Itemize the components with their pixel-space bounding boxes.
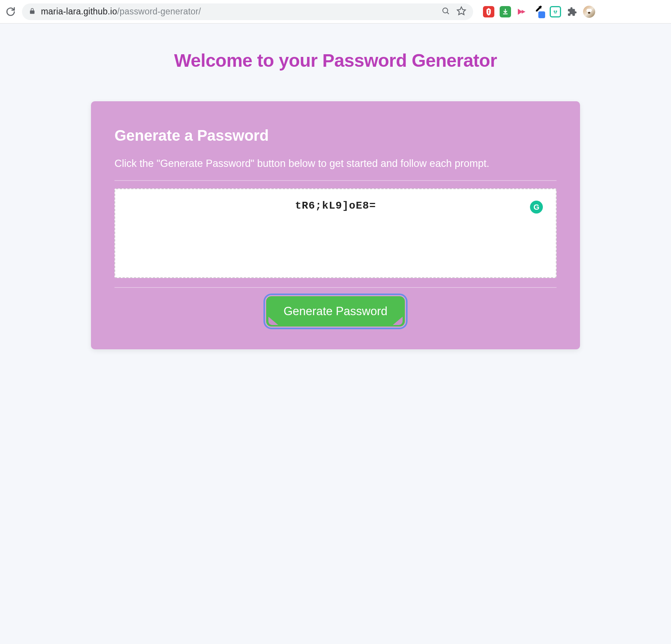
card-subtitle: Click the "Generate Password" button bel… bbox=[114, 158, 557, 170]
svg-point-9 bbox=[556, 11, 557, 11]
generator-card: Generate a Password Click the "Generate … bbox=[91, 101, 580, 349]
svg-rect-5 bbox=[503, 13, 508, 14]
page-title: Welcome to your Password Generator bbox=[0, 50, 671, 71]
svg-line-1 bbox=[447, 12, 449, 14]
svg-point-8 bbox=[554, 11, 555, 11]
svg-marker-7 bbox=[522, 10, 525, 14]
output-wrapper: G bbox=[114, 181, 557, 280]
lock-icon bbox=[29, 8, 36, 16]
extension-icon-2[interactable] bbox=[500, 6, 511, 17]
page-body: Welcome to your Password Generator Gener… bbox=[0, 24, 671, 644]
extensions-row bbox=[478, 6, 595, 18]
star-icon[interactable] bbox=[456, 6, 466, 17]
extension-icon-5[interactable] bbox=[550, 6, 561, 17]
svg-rect-4 bbox=[488, 11, 489, 14]
divider-bottom bbox=[114, 287, 557, 288]
address-bar[interactable]: maria-lara.github.io/password-generator/ bbox=[22, 3, 473, 20]
reload-icon[interactable] bbox=[5, 6, 17, 18]
card-heading: Generate a Password bbox=[114, 127, 557, 144]
url-path: /password-generator/ bbox=[117, 6, 201, 16]
extension-icon-3[interactable] bbox=[516, 6, 528, 17]
button-row: Generate Password bbox=[114, 296, 557, 327]
extensions-menu-icon[interactable] bbox=[566, 6, 578, 17]
password-output[interactable] bbox=[114, 188, 557, 278]
profile-avatar[interactable] bbox=[583, 6, 595, 18]
svg-point-0 bbox=[443, 8, 448, 13]
url-host: maria-lara.github.io bbox=[41, 6, 117, 16]
url-text: maria-lara.github.io/password-generator/ bbox=[41, 6, 436, 17]
generate-password-button[interactable]: Generate Password bbox=[266, 296, 405, 327]
svg-point-3 bbox=[488, 10, 489, 11]
search-icon[interactable] bbox=[441, 6, 450, 17]
browser-toolbar: maria-lara.github.io/password-generator/ bbox=[0, 0, 671, 24]
svg-marker-2 bbox=[457, 7, 466, 15]
extension-icon-1[interactable] bbox=[483, 6, 494, 17]
color-picker-extension-icon[interactable] bbox=[533, 6, 544, 17]
grammarly-icon[interactable]: G bbox=[530, 201, 543, 214]
